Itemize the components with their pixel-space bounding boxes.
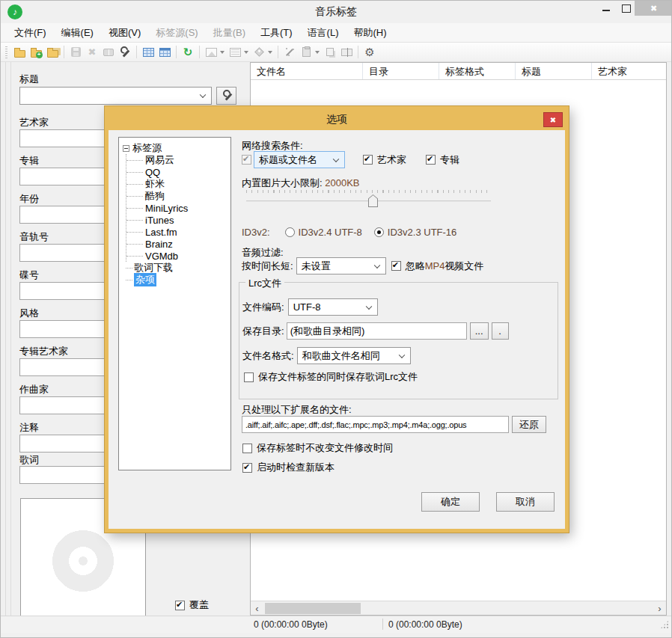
keep-mtime-checkbox[interactable] xyxy=(242,444,252,453)
ok-button[interactable]: 确定 xyxy=(421,492,480,512)
tree-item-qq[interactable]: QQ xyxy=(126,166,230,178)
text-convert-button[interactable] xyxy=(227,44,243,61)
lrc-encoding-label: 文件编码: xyxy=(242,301,284,314)
title-tools-button[interactable] xyxy=(216,87,236,105)
toolbar-separator xyxy=(64,46,64,58)
menu-item-file[interactable]: 文件(F) xyxy=(7,23,54,43)
refresh-icon: ↻ xyxy=(183,47,193,58)
open-folders-button[interactable] xyxy=(44,44,61,61)
gear-icon: ⚙ xyxy=(364,46,374,59)
search-field-combobox[interactable]: 标题或文件名 xyxy=(254,151,345,168)
dropdown-arrow-icon[interactable] xyxy=(268,51,272,54)
tree-item-netease[interactable]: 网易云 xyxy=(126,154,230,166)
dropdown-arrow-icon[interactable] xyxy=(244,51,248,54)
tools-button[interactable] xyxy=(117,44,133,61)
settings-button[interactable]: ⚙ xyxy=(361,44,378,61)
tree-item-kugou[interactable]: 酷狗 xyxy=(126,190,230,202)
column-header-title[interactable]: 标题 xyxy=(516,63,592,79)
refresh-button[interactable]: ↻ xyxy=(180,44,196,61)
lrc-dir-input[interactable] xyxy=(287,322,467,340)
cd-disc-icon xyxy=(52,530,114,592)
slider-thumb[interactable] xyxy=(368,194,378,207)
dropdown-arrow-icon[interactable] xyxy=(220,51,224,54)
column-header-artist[interactable]: 艺术家 xyxy=(592,63,666,79)
extensions-input[interactable] xyxy=(242,416,509,433)
horizontal-scrollbar[interactable]: ‹ › xyxy=(251,601,666,615)
search-field-checkbox[interactable] xyxy=(242,155,251,165)
ignore-mp4-label: 忽略MP4视频文件 xyxy=(406,260,484,273)
tag-icon xyxy=(254,47,264,57)
save-lrc-with-tag-checkbox[interactable] xyxy=(244,372,254,382)
ignore-mp4-checkbox[interactable] xyxy=(391,261,401,271)
column-header-filename[interactable]: 文件名 xyxy=(251,63,363,79)
options-tree: 标签源 网易云 QQ 虾米 酷狗 MiniLyrics iTunes Last.… xyxy=(118,137,231,470)
resize-grip[interactable] xyxy=(660,620,669,629)
chevron-down-icon xyxy=(365,303,371,309)
library-button[interactable] xyxy=(100,44,117,61)
close-button[interactable]: ✖ xyxy=(635,1,672,16)
scrollbar-thumb[interactable] xyxy=(265,603,361,614)
column-header-tagformat[interactable]: 标签格式 xyxy=(439,63,516,79)
tree-item-itunes[interactable]: iTunes xyxy=(126,214,230,226)
lrc-group-title: Lrc文件 xyxy=(245,277,284,290)
title-combobox[interactable] xyxy=(19,87,212,105)
search-album-checkbox[interactable] xyxy=(426,155,436,165)
duration-label: 按时间长短: xyxy=(242,260,293,273)
status-divider xyxy=(382,619,383,630)
tree-item-tagsource[interactable]: 标签源 xyxy=(123,142,230,154)
search-artist-checkbox[interactable] xyxy=(363,155,373,165)
tag-menu-button[interactable] xyxy=(251,44,267,61)
scroll-right-icon[interactable]: › xyxy=(653,602,666,615)
open-folder-button[interactable] xyxy=(11,44,28,61)
tree-item-brainz[interactable]: Brainz xyxy=(126,238,230,250)
cover-menu-button[interactable] xyxy=(203,44,219,61)
lrc-encoding-combobox[interactable]: UTF-8 xyxy=(288,298,378,316)
dialog-close-button[interactable]: ✖ xyxy=(543,112,563,127)
delete-button[interactable]: ✖ xyxy=(84,44,100,61)
lrc-dir-label: 保存目录: xyxy=(242,325,284,338)
browse-button[interactable]: ... xyxy=(470,322,489,340)
tree-item-xiami[interactable]: 虾米 xyxy=(126,178,230,190)
column-header-directory[interactable]: 目录 xyxy=(363,63,439,79)
toolbar-separator xyxy=(278,46,278,58)
current-dir-button[interactable]: . xyxy=(492,322,509,340)
copy-button[interactable] xyxy=(322,44,338,61)
keep-mtime-label: 保存标签时不改变文件修改时间 xyxy=(257,441,393,455)
id3v23-radio[interactable] xyxy=(374,227,384,237)
grid-view-button[interactable] xyxy=(140,44,156,61)
duration-combobox[interactable]: 未设置 xyxy=(296,257,386,274)
tree-item-misc[interactable]: 杂项 xyxy=(123,274,230,286)
menu-item-view[interactable]: 视图(V) xyxy=(101,23,148,43)
dropdown-arrow-icon[interactable] xyxy=(315,51,320,54)
check-update-checkbox[interactable] xyxy=(242,463,252,473)
tree-item-minilyrics[interactable]: MiniLyrics xyxy=(126,202,230,214)
tree-item-vgmdb[interactable]: VGMdb xyxy=(126,250,230,262)
restore-button[interactable]: 还原 xyxy=(512,416,546,433)
menu-item-edit[interactable]: 编辑(E) xyxy=(54,23,101,43)
scroll-left-icon[interactable]: ‹ xyxy=(251,602,263,615)
tree-item-lyricsdownload[interactable]: 歌词下载 xyxy=(123,262,230,274)
add-folder-button[interactable]: + xyxy=(28,44,44,61)
menu-item-tools[interactable]: 工具(T) xyxy=(253,23,300,43)
auto-tag-button[interactable] xyxy=(281,44,298,61)
paste-button[interactable] xyxy=(298,44,314,61)
panel-splitter[interactable] xyxy=(5,62,11,616)
minimize-button[interactable] xyxy=(597,1,615,16)
save-button[interactable] xyxy=(67,44,84,61)
id3v24-radio[interactable] xyxy=(285,227,295,237)
menu-item-help[interactable]: 帮助(H) xyxy=(346,23,394,43)
copy-icon xyxy=(326,48,334,56)
maximize-button[interactable] xyxy=(617,1,635,16)
grid-view-alt-button[interactable] xyxy=(156,44,173,61)
options-dialog: 选项 ✖ 标签源 网易云 QQ 虾米 酷狗 MiniLyrics iTunes … xyxy=(105,106,569,533)
swap-button[interactable] xyxy=(338,44,355,61)
field-label-comment: 注释 xyxy=(19,421,39,433)
image-icon xyxy=(206,48,217,57)
lrc-name-format-combobox[interactable]: 和歌曲文件名相同 xyxy=(297,347,411,364)
menu-item-language[interactable]: 语言(L) xyxy=(300,23,346,43)
tree-item-lastfm[interactable]: Last.fm xyxy=(126,226,230,238)
cover-overwrite-checkbox[interactable] xyxy=(175,601,185,610)
collapse-icon[interactable] xyxy=(123,145,129,152)
image-limit-slider[interactable] xyxy=(246,190,491,208)
cancel-button[interactable]: 取消 xyxy=(496,492,555,512)
